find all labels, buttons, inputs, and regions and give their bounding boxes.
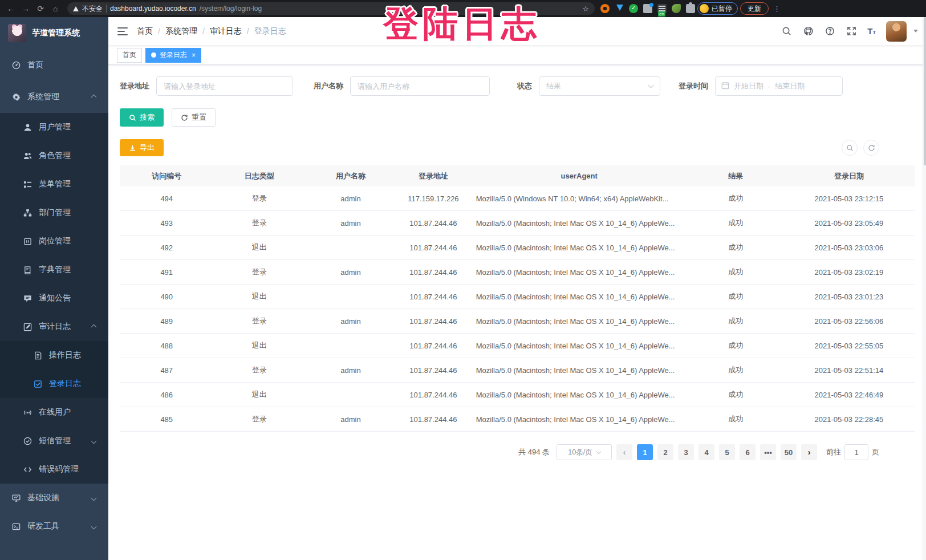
date-range-separator: - — [768, 82, 770, 91]
cell-username: admin — [305, 317, 396, 326]
page-button[interactable]: 2 — [657, 444, 673, 460]
sidebar-item-error-code[interactable]: 错误码管理 — [0, 455, 108, 484]
login-log-table: 访问编号 日志类型 用户名称 登录地址 userAgent 结果 登录日期 49… — [120, 165, 915, 432]
cell-login-date: 2021-05-03 23:05:49 — [783, 219, 915, 228]
page-buttons: 1 2 3 4 5 6 ••• — [637, 444, 797, 460]
status-select-placeholder: 结果 — [546, 81, 561, 91]
extension-green-icon[interactable] — [629, 4, 638, 13]
sidebar-item-dev-tools[interactable]: 研发工具 — [0, 512, 108, 541]
extension-grid-icon[interactable] — [643, 4, 652, 13]
font-size-icon[interactable]: TT — [867, 26, 876, 36]
extension-list-en-icon[interactable] — [657, 4, 667, 13]
page-button[interactable]: 5 — [719, 444, 735, 460]
sidebar-toggle-icon[interactable] — [117, 27, 128, 35]
browser-back-icon[interactable]: ← — [5, 2, 17, 15]
chevron-up-icon — [91, 94, 97, 100]
refresh-table-icon-button[interactable] — [863, 140, 879, 156]
github-icon[interactable] — [802, 26, 814, 37]
cell-user-agent: Mozilla/5.0 (Macintosh; Intel Mac OS X 1… — [470, 219, 688, 228]
goto-label: 前往 — [826, 447, 841, 457]
sidebar-item-dict-management[interactable]: 字典管理 — [0, 255, 108, 284]
cell-login-address: 101.87.244.46 — [396, 391, 470, 399]
login-time-range-picker[interactable]: 开始日期 - 结束日期 — [715, 76, 843, 96]
browser-update-button[interactable]: 更新 — [740, 2, 769, 15]
page-button[interactable]: ••• — [760, 444, 776, 460]
sidebar-menu: 首页 系统管理 用户管理 角色管理 菜单管理 — [0, 49, 108, 541]
bookmark-star-icon[interactable]: ☆ — [582, 5, 589, 13]
sidebar-item-dept-management[interactable]: 部门管理 — [0, 198, 108, 227]
column-header-login-address: 登录地址 — [396, 171, 470, 181]
browser-menu-icon[interactable]: ⋮ — [773, 5, 781, 13]
cell-log-type: 退出 — [213, 389, 304, 400]
header-search-icon[interactable] — [781, 26, 792, 37]
sidebar-item-menu-management[interactable]: 菜单管理 — [0, 170, 108, 198]
sidebar-item-operation-log[interactable]: 操作日志 — [0, 341, 108, 370]
extension-paused-badge[interactable]: 已暂停 — [697, 2, 738, 15]
breadcrumb-system[interactable]: 系统管理 — [165, 26, 197, 36]
chevron-down-icon — [91, 524, 97, 529]
status-select[interactable]: 结果 — [539, 76, 660, 96]
page-button[interactable]: 1 — [637, 444, 653, 460]
sidebar-item-notice[interactable]: 通知公告 — [0, 284, 108, 313]
user-avatar[interactable] — [886, 21, 907, 42]
tag-close-icon[interactable]: × — [192, 51, 196, 59]
page-button[interactable]: 50 — [781, 444, 797, 460]
avatar-caret-icon[interactable] — [913, 30, 918, 33]
chevron-down-icon — [91, 495, 97, 501]
help-icon[interactable] — [824, 26, 835, 37]
sidebar-item-login-log[interactable]: 登录日志 — [0, 370, 108, 398]
table-row: 485 登录 admin 101.87.244.46 Mozilla/5.0 (… — [120, 407, 915, 432]
extensions-puzzle-icon[interactable] — [686, 4, 695, 13]
fullscreen-icon[interactable] — [846, 26, 857, 37]
tag-home[interactable]: 首页 — [117, 48, 142, 63]
sidebar-item-sms-management[interactable]: 短信管理 — [0, 427, 108, 455]
next-page-button[interactable]: › — [801, 444, 817, 460]
sidebar-item-home[interactable]: 首页 — [0, 49, 108, 81]
audit-log-icon — [23, 322, 32, 331]
cell-login-date: 2021-05-03 23:01:23 — [783, 293, 915, 301]
sidebar-item-user-management[interactable]: 用户管理 — [0, 113, 108, 141]
goto-page-input[interactable] — [844, 444, 868, 460]
reset-button[interactable]: 重置 — [172, 108, 216, 127]
extension-blue-icon[interactable] — [615, 4, 624, 13]
tag-login-log-active[interactable]: 登录日志 × — [145, 48, 201, 63]
scrollbar-thumb[interactable] — [924, 17, 926, 165]
export-button[interactable]: 导出 — [120, 139, 164, 156]
sidebar-item-system-management[interactable]: 系统管理 — [0, 81, 108, 113]
cell-login-address: 101.87.244.46 — [396, 219, 470, 228]
extension-orange-icon[interactable] — [600, 4, 610, 13]
username-input[interactable] — [350, 76, 490, 96]
prev-page-button[interactable]: ‹ — [616, 444, 632, 460]
sidebar-logo-row[interactable]: 芋道管理系统 — [0, 17, 108, 49]
extension-leaf-icon[interactable] — [672, 4, 681, 13]
table-row: 488 退出 101.87.244.46 Mozilla/5.0 (Macint… — [120, 334, 915, 358]
sidebar-item-online-users[interactable]: 在线用户 — [0, 398, 108, 427]
breadcrumb-home[interactable]: 首页 — [137, 26, 153, 36]
sidebar-item-infrastructure[interactable]: 基础设施 — [0, 484, 108, 512]
app-window: 芋道管理系统 首页 系统管理 用户管理 角色管理 — [0, 17, 926, 560]
breadcrumb-separator: / — [247, 27, 249, 36]
page-button[interactable]: 6 — [740, 444, 756, 460]
page-button[interactable]: 4 — [698, 444, 714, 460]
message-icon — [23, 294, 32, 303]
sidebar-item-label: 在线用户 — [39, 407, 71, 417]
cell-result: 成功 — [688, 365, 783, 375]
sidebar-item-label: 登录日志 — [49, 379, 81, 389]
browser-home-icon[interactable]: ⌂ — [49, 2, 62, 15]
sidebar-item-role-management[interactable]: 角色管理 — [0, 141, 108, 170]
sidebar-item-post-management[interactable]: 岗位管理 — [0, 227, 108, 255]
page-button[interactable]: 3 — [678, 444, 694, 460]
sidebar-item-label: 通知公告 — [39, 293, 71, 303]
table-header-row: 访问编号 日志类型 用户名称 登录地址 userAgent 结果 登录日期 — [120, 165, 915, 186]
toggle-search-icon-button[interactable] — [842, 140, 858, 156]
search-button[interactable]: 搜索 — [120, 108, 164, 127]
browser-forward-icon[interactable]: → — [19, 2, 32, 15]
page-size-select[interactable]: 10条/页 — [557, 444, 612, 460]
search-icon — [129, 114, 136, 121]
page-scrollbar[interactable] — [923, 17, 926, 560]
browser-reload-icon[interactable]: ⟳ — [34, 2, 47, 15]
date-start-placeholder: 开始日期 — [734, 81, 763, 91]
login-address-input[interactable] — [156, 76, 293, 96]
sidebar-item-audit-log[interactable]: 审计日志 — [0, 313, 108, 341]
breadcrumb-audit-log[interactable]: 审计日志 — [210, 26, 242, 36]
